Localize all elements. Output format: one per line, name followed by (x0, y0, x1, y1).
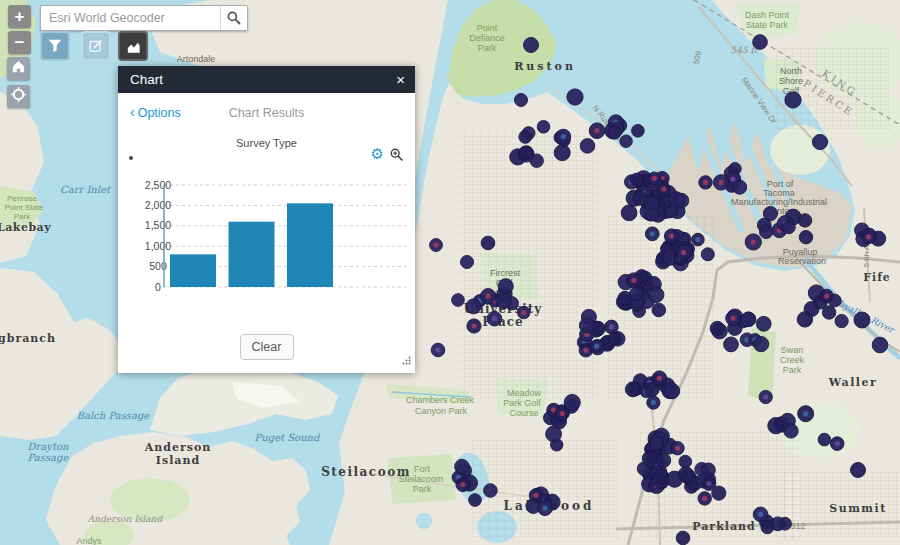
survey-point[interactable] (630, 287, 643, 300)
survey-point[interactable] (621, 205, 637, 221)
survey-point[interactable] (455, 459, 470, 474)
area-chart-icon (125, 38, 142, 55)
survey-point[interactable] (782, 221, 795, 234)
survey-point[interactable] (519, 146, 533, 160)
survey-point[interactable] (625, 382, 640, 397)
locate-button[interactable] (7, 85, 30, 108)
survey-point[interactable] (851, 463, 866, 478)
survey-point[interactable] (733, 180, 747, 194)
survey-point[interactable] (754, 337, 769, 352)
survey-point[interactable] (652, 303, 666, 317)
map-label: Reservation (778, 256, 826, 266)
chart-panel-title: Chart (130, 72, 396, 87)
survey-point-center (471, 323, 476, 328)
survey-point[interactable] (646, 208, 659, 221)
survey-point[interactable] (753, 35, 768, 50)
survey-point[interactable] (567, 89, 583, 105)
resize-handle[interactable] (402, 351, 411, 369)
survey-point[interactable] (710, 321, 724, 335)
survey-point[interactable] (761, 521, 774, 534)
survey-point[interactable] (452, 294, 465, 307)
survey-point[interactable] (676, 531, 690, 545)
edit-widget-button[interactable] (81, 31, 111, 61)
survey-point[interactable] (642, 451, 658, 467)
survey-point[interactable] (701, 248, 714, 261)
survey-point-center (758, 512, 763, 517)
survey-point[interactable] (872, 337, 888, 353)
gear-icon[interactable]: ⚙ (371, 146, 384, 161)
map-label: Point (477, 23, 498, 33)
search-button[interactable] (220, 6, 247, 30)
survey-point[interactable] (484, 484, 498, 498)
zoom-in-button[interactable]: + (8, 5, 31, 28)
chart-bar[interactable] (170, 254, 216, 287)
chart-zoom-in-button[interactable] (390, 148, 404, 166)
survey-point[interactable] (818, 433, 831, 446)
survey-point[interactable] (580, 139, 595, 154)
survey-point[interactable] (768, 418, 784, 434)
map-label: North (780, 66, 802, 76)
survey-point[interactable] (608, 332, 621, 345)
chart-bar[interactable] (229, 222, 275, 287)
survey-point[interactable] (785, 92, 801, 108)
home-button[interactable] (7, 57, 30, 80)
survey-point[interactable] (579, 318, 594, 333)
map-label: Park (478, 43, 497, 53)
map-label: Park Golf (503, 398, 541, 408)
survey-point[interactable] (608, 126, 621, 139)
survey-point[interactable] (498, 279, 513, 294)
survey-point[interactable] (632, 125, 645, 138)
zoom-out-button[interactable]: − (8, 31, 31, 54)
search-input[interactable] (41, 6, 220, 30)
bar-chart[interactable]: 05001,0001,5002,0002,500 (118, 168, 415, 308)
survey-point[interactable] (633, 191, 647, 205)
survey-point[interactable] (515, 94, 528, 107)
survey-point[interactable] (469, 494, 482, 507)
survey-point[interactable] (741, 312, 756, 327)
survey-point-center (730, 316, 735, 321)
survey-point[interactable] (650, 437, 663, 450)
survey-point[interactable] (649, 287, 664, 302)
survey-point[interactable] (546, 426, 562, 442)
map-label: Lakebay (0, 221, 51, 234)
survey-point[interactable] (620, 135, 632, 147)
survey-point[interactable] (812, 134, 827, 149)
filter-widget-button[interactable] (40, 31, 70, 61)
survey-point[interactable] (756, 316, 771, 331)
survey-point[interactable] (461, 256, 474, 269)
survey-point[interactable] (835, 315, 848, 328)
chart-panel-header[interactable]: Chart × (118, 66, 415, 93)
survey-point[interactable] (674, 193, 689, 208)
survey-point[interactable] (537, 121, 550, 134)
survey-point[interactable] (554, 145, 570, 161)
survey-point[interactable] (822, 306, 835, 319)
map-label: Parkland (692, 520, 756, 533)
chart-widget-button[interactable] (118, 31, 148, 61)
survey-point[interactable] (799, 231, 812, 244)
survey-point[interactable] (656, 453, 671, 468)
survey-point[interactable] (797, 312, 812, 327)
survey-point[interactable] (798, 214, 811, 227)
map-label: Balch Passage (77, 410, 151, 422)
survey-point-center (486, 294, 491, 299)
survey-point[interactable] (678, 467, 693, 482)
survey-point-center (657, 376, 662, 381)
search-icon (227, 11, 241, 25)
survey-point[interactable] (679, 455, 692, 468)
survey-point[interactable] (466, 299, 481, 314)
chart-bar[interactable] (287, 203, 333, 287)
survey-point[interactable] (524, 38, 539, 53)
survey-point[interactable] (496, 293, 511, 308)
survey-point[interactable] (519, 131, 532, 144)
survey-point[interactable] (854, 312, 870, 328)
survey-point[interactable] (784, 424, 798, 438)
survey-point[interactable] (630, 173, 643, 186)
survey-point[interactable] (760, 225, 773, 238)
survey-point[interactable] (481, 236, 495, 250)
map-label: Park (413, 484, 432, 494)
clear-button[interactable]: Clear (240, 334, 294, 360)
survey-point[interactable] (724, 337, 739, 352)
close-icon[interactable]: × (396, 72, 405, 87)
map-label: Defiance (469, 33, 505, 43)
survey-point[interactable] (664, 383, 680, 399)
